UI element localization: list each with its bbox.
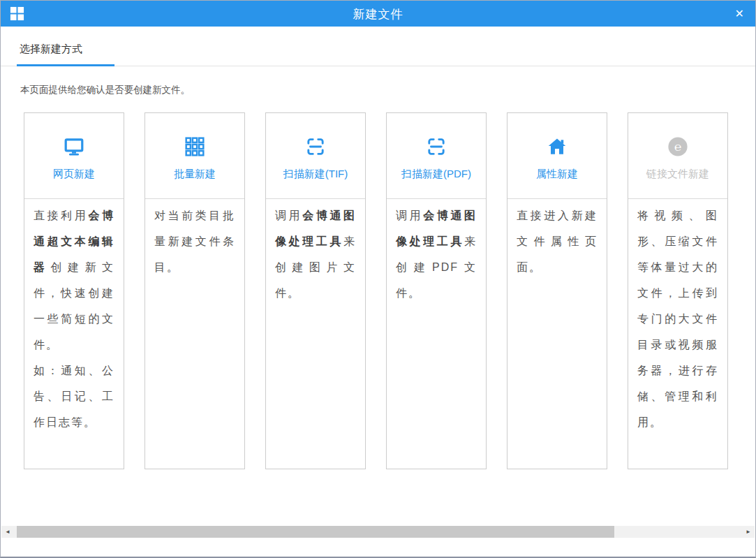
- scroll-left-arrow-icon[interactable]: ◄: [1, 526, 14, 538]
- card-header: 扫描新建(PDF): [387, 113, 486, 198]
- horizontal-scrollbar[interactable]: ◄ ►: [1, 526, 755, 538]
- scan-icon: [426, 136, 447, 157]
- card-description: 调用会博通图像处理工具来创建PDF文件。: [387, 199, 486, 306]
- card-header: 扫描新建(TIF): [266, 113, 365, 198]
- card-header: 属性新建: [507, 113, 607, 198]
- new-file-dialog: { "dialog": { "title": "新建文件", "close_la…: [0, 0, 756, 558]
- card-title: 扫描新建(PDF): [387, 168, 486, 181]
- scroll-right-arrow-icon[interactable]: ►: [742, 526, 755, 538]
- scan-icon: [305, 136, 326, 157]
- card-title: 属性新建: [507, 168, 607, 181]
- dialog-title: 新建文件: [353, 6, 403, 22]
- intro-text: 本页面提供给您确认是否要创建新文件。: [20, 84, 755, 96]
- card-header: ℮ 链接文件新建: [628, 113, 727, 198]
- card-description: 将视频、图形、压缩文件等体量过大的文件，上传到专门的大文件目录或视频服务器，进行…: [628, 199, 727, 435]
- card-description: 对当前类目批量新建文件条目。: [145, 199, 244, 280]
- card-title: 批量新建: [145, 168, 244, 181]
- card-description: 调用会博通图像处理工具来创建图片文件。: [266, 199, 365, 306]
- tab-choose-create-method[interactable]: 选择新建方式: [17, 41, 114, 66]
- create-method-cards: 网页新建 直接利用会博通超文本编辑器创建新文件，快速创建一些简短的文件。如：通知…: [24, 112, 755, 469]
- create-card-scan-create-tif[interactable]: 扫描新建(TIF) 调用会博通图像处理工具来创建图片文件。: [265, 112, 366, 469]
- create-card-scan-create-pdf[interactable]: 扫描新建(PDF) 调用会博通图像处理工具来创建PDF文件。: [386, 112, 487, 469]
- app-grid-icon[interactable]: [9, 6, 25, 22]
- card-title: 扫描新建(TIF): [266, 168, 365, 181]
- card-description: 直接利用会博通超文本编辑器创建新文件，快速创建一些简短的文件。如：通知、公告、日…: [24, 199, 124, 435]
- close-icon[interactable]: ✕: [735, 8, 744, 20]
- svg-text:℮: ℮: [674, 140, 681, 154]
- card-title: 网页新建: [24, 168, 124, 181]
- create-card-batch-create[interactable]: 批量新建 对当前类目批量新建文件条目。: [144, 112, 245, 469]
- link-icon: ℮: [667, 136, 688, 157]
- scrollbar-thumb[interactable]: [17, 526, 614, 538]
- create-card-property-create[interactable]: 属性新建 直接进入新建文件属性页面。: [507, 112, 607, 469]
- create-card-web-create[interactable]: 网页新建 直接利用会博通超文本编辑器创建新文件，快速创建一些简短的文件。如：通知…: [24, 112, 124, 469]
- dialog-titlebar: 新建文件 ✕: [1, 1, 755, 27]
- tab-bar: 选择新建方式: [1, 41, 755, 66]
- create-card-link-file-create: ℮ 链接文件新建 将视频、图形、压缩文件等体量过大的文件，上传到专门的大文件目录…: [628, 112, 728, 469]
- card-title: 链接文件新建: [628, 168, 727, 181]
- card-description: 直接进入新建文件属性页面。: [507, 199, 607, 280]
- monitor-icon: [64, 136, 84, 157]
- home-icon: [547, 136, 568, 157]
- card-header: 网页新建: [24, 113, 124, 198]
- card-header: 批量新建: [145, 113, 244, 198]
- grid-3x3-icon: [184, 136, 205, 157]
